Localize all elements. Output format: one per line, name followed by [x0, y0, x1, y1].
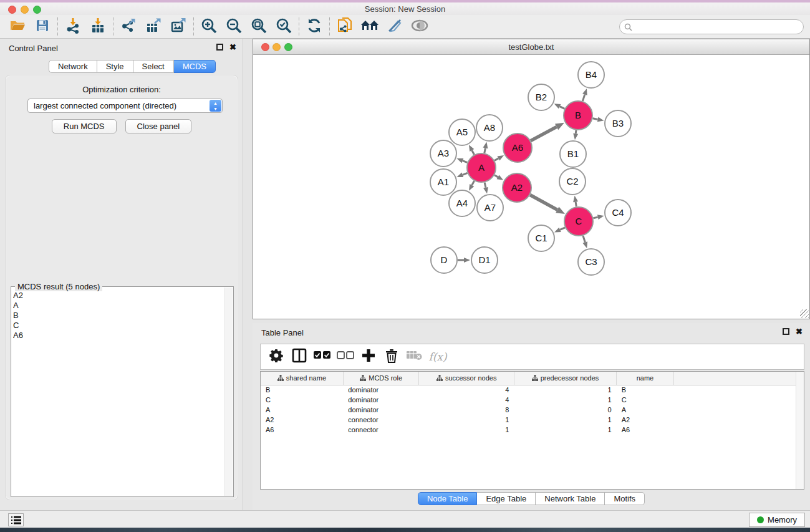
- mcds-result-list[interactable]: A2ABCA6: [13, 291, 223, 495]
- save-session-button[interactable]: [30, 17, 55, 37]
- graph-node-B3[interactable]: B3: [605, 110, 631, 137]
- mcds-result-item[interactable]: A6: [13, 331, 223, 341]
- tab-node-table[interactable]: Node Table: [418, 492, 478, 505]
- create-column-button[interactable]: [359, 347, 378, 366]
- delete-column-button[interactable]: [382, 347, 401, 366]
- table-row[interactable]: Bdominator41B: [261, 385, 804, 395]
- graph-node-D[interactable]: D: [431, 247, 457, 273]
- column-header-empty: [673, 372, 804, 385]
- network-canvas[interactable]: B4B2BB3A8A5A6A3B1AA1C2A2A4A7C4CC1C3DD1: [253, 55, 809, 319]
- svg-text:A5: A5: [456, 127, 468, 137]
- node-table[interactable]: shared nameMCDS rolesuccessor nodesprede…: [260, 371, 804, 490]
- tab-select[interactable]: Select: [133, 60, 174, 73]
- column-header-MCDS-role[interactable]: MCDS role: [343, 372, 419, 385]
- graph-node-A6[interactable]: A6: [503, 133, 532, 162]
- cell: C: [261, 395, 343, 405]
- export-image-button[interactable]: [166, 17, 191, 37]
- graph-node-A5[interactable]: A5: [449, 119, 475, 145]
- run-mcds-button[interactable]: Run MCDS: [52, 119, 117, 133]
- table-settings-button[interactable]: [267, 347, 286, 366]
- column-header-shared-name[interactable]: shared name: [261, 372, 343, 385]
- open-file-button[interactable]: [5, 17, 30, 37]
- import-network-button[interactable]: [60, 17, 85, 37]
- export-network-button[interactable]: [116, 17, 141, 37]
- search-icon: [624, 22, 632, 34]
- mcds-result-item[interactable]: C: [13, 321, 223, 331]
- tab-motifs[interactable]: Motifs: [605, 492, 645, 505]
- mcds-result-scrollbar[interactable]: [224, 288, 233, 496]
- graph-node-A8[interactable]: A8: [476, 115, 503, 141]
- tab-network[interactable]: Network: [49, 60, 97, 73]
- cell: connector: [343, 425, 419, 435]
- show-all-columns-button[interactable]: [313, 347, 332, 366]
- graph-node-C3[interactable]: C3: [578, 249, 604, 275]
- graph-node-C2[interactable]: C2: [559, 168, 586, 195]
- graph-node-A3[interactable]: A3: [430, 140, 456, 167]
- float-table-panel-icon[interactable]: [783, 328, 789, 335]
- table-row[interactable]: Cdominator41C: [261, 395, 804, 405]
- toggle-panel-columns-button[interactable]: [290, 347, 309, 366]
- create-column-icon: [362, 349, 375, 365]
- graph-node-A2[interactable]: A2: [503, 173, 531, 202]
- zoom-fit-button[interactable]: [246, 17, 271, 37]
- table-row[interactable]: Adominator80A: [261, 405, 804, 415]
- graph-node-A[interactable]: A: [467, 153, 496, 182]
- task-history-button[interactable]: [8, 513, 24, 526]
- main-titlebar: Session: New Session: [0, 2, 810, 15]
- graph-node-C[interactable]: C: [564, 207, 593, 236]
- close-table-panel-icon[interactable]: ✖: [796, 328, 803, 335]
- cell: 4: [419, 385, 514, 395]
- show-hide-button[interactable]: [407, 17, 432, 37]
- tab-edge-table[interactable]: Edge Table: [477, 492, 536, 505]
- graph-node-C4[interactable]: C4: [605, 200, 631, 226]
- annotation-toggle-button[interactable]: [382, 17, 407, 37]
- table-scrollbar[interactable]: [796, 372, 804, 489]
- svg-text:B2: B2: [536, 92, 547, 102]
- zoom-selected-button[interactable]: [271, 17, 296, 37]
- column-header-predecessor-nodes[interactable]: predecessor nodes: [514, 372, 616, 385]
- mcds-result-item[interactable]: B: [13, 311, 223, 321]
- column-header-name[interactable]: name: [617, 372, 674, 385]
- tab-network-table[interactable]: Network Table: [536, 492, 605, 505]
- graph-node-B[interactable]: B: [564, 101, 592, 130]
- graph-node-B2[interactable]: B2: [528, 84, 554, 110]
- hide-all-columns-button[interactable]: [336, 347, 355, 366]
- cell: 0: [514, 405, 616, 415]
- graph-node-A4[interactable]: A4: [449, 190, 475, 216]
- refresh-button[interactable]: [302, 17, 327, 37]
- toolbar-separator: [329, 17, 330, 36]
- graph-node-B1[interactable]: B1: [560, 141, 586, 167]
- import-table-button[interactable]: [85, 17, 110, 37]
- svg-text:A3: A3: [438, 148, 449, 158]
- refresh-icon: [306, 17, 322, 36]
- zoom-in-button[interactable]: [196, 17, 221, 37]
- table-row[interactable]: A6connector11A6: [261, 425, 804, 435]
- column-header-successor-nodes[interactable]: successor nodes: [419, 372, 514, 385]
- graph-node-B4[interactable]: B4: [578, 62, 604, 88]
- criterion-dropdown-value: largest connected component (directed): [34, 101, 176, 110]
- network-window-title: testGlobe.txt: [253, 42, 809, 52]
- mcds-result-item[interactable]: A: [13, 301, 223, 311]
- table-row[interactable]: A2connector11A2: [261, 415, 804, 425]
- mcds-result-item[interactable]: A2: [13, 291, 223, 301]
- svg-text:A8: A8: [484, 122, 495, 133]
- export-table-button[interactable]: [141, 17, 166, 37]
- graph-node-A1[interactable]: A1: [430, 169, 456, 195]
- graph-node-A7[interactable]: A7: [477, 195, 503, 221]
- graph-node-D1[interactable]: D1: [471, 247, 498, 273]
- cell: B: [261, 385, 343, 395]
- memory-button[interactable]: Memory: [749, 513, 805, 527]
- float-panel-icon[interactable]: [216, 44, 223, 51]
- new-network-from-selection-button[interactable]: [332, 17, 357, 37]
- graph-node-C1[interactable]: C1: [528, 225, 554, 251]
- tab-style[interactable]: Style: [97, 60, 133, 73]
- zoom-out-button[interactable]: [221, 17, 246, 37]
- close-panel-button[interactable]: Close panel: [125, 119, 192, 133]
- close-panel-icon[interactable]: ✖: [229, 44, 236, 51]
- search-input[interactable]: [619, 19, 804, 34]
- home-button[interactable]: [357, 17, 382, 37]
- resize-grip-icon[interactable]: [800, 309, 809, 318]
- cell: A6: [617, 425, 674, 435]
- tab-mcds[interactable]: MCDS: [174, 60, 216, 73]
- criterion-dropdown[interactable]: largest connected component (directed) ▲…: [27, 99, 223, 113]
